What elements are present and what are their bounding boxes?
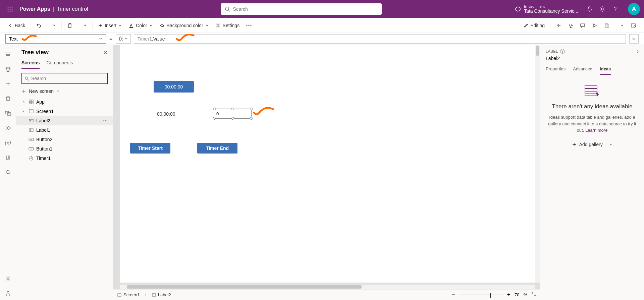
- rail-virtual-agent[interactable]: [1, 287, 15, 300]
- canvas-label2-selected[interactable]: 0: [214, 109, 252, 119]
- zoom-unit: %: [523, 292, 527, 297]
- checker-button[interactable]: [565, 21, 576, 29]
- new-screen-button[interactable]: New screen: [16, 86, 113, 96]
- rail-media[interactable]: [1, 107, 15, 120]
- tab-screens[interactable]: Screens: [21, 57, 40, 69]
- editing-mode[interactable]: Editing: [521, 21, 547, 29]
- preview-button[interactable]: [589, 21, 600, 29]
- vertical-scrollbar[interactable]: [535, 45, 540, 283]
- breadcrumb-screen[interactable]: Screen1: [117, 292, 140, 297]
- node-label: Timer1: [36, 156, 51, 161]
- settings-gear-icon[interactable]: [599, 6, 606, 12]
- canvas-timer-control[interactable]: 00:00:00: [154, 81, 194, 93]
- tab-components[interactable]: Components: [46, 57, 73, 69]
- tree-title: Tree view: [21, 49, 49, 56]
- node-label: Label2: [36, 118, 50, 123]
- app-name[interactable]: Power Apps: [19, 6, 50, 12]
- canvas-page[interactable]: 00:00:00 00:00:00 0 Timer Start Timer En…: [120, 45, 540, 283]
- rail-tools[interactable]: [1, 151, 15, 164]
- tree-search[interactable]: [21, 73, 108, 84]
- tab-properties[interactable]: Properties: [546, 64, 566, 75]
- chevron-right-icon: ›: [21, 99, 26, 105]
- separator: [47, 21, 47, 29]
- environment-icon: [515, 6, 521, 12]
- zoom-in-button[interactable]: +: [507, 291, 511, 298]
- svg-rect-40: [29, 147, 34, 150]
- svg-point-2: [11, 6, 12, 7]
- tree-node-label1[interactable]: Label1: [16, 125, 113, 135]
- environment-picker[interactable]: Environment Tata Consultancy Servic...: [515, 4, 578, 14]
- control-name[interactable]: Label2: [540, 56, 644, 64]
- back-button[interactable]: Back: [5, 21, 28, 29]
- resize-handle[interactable]: [213, 117, 216, 120]
- search-input[interactable]: [233, 6, 378, 12]
- panel-chevron[interactable]: ›: [637, 48, 639, 54]
- tree-node-timer1[interactable]: Timer1: [16, 154, 113, 163]
- scrollbar-thumb[interactable]: [127, 285, 362, 289]
- rail-hamburger[interactable]: [1, 48, 15, 61]
- canvas-label1[interactable]: 00:00:00: [157, 111, 175, 117]
- undo-button[interactable]: [34, 21, 44, 29]
- more-button[interactable]: [244, 23, 254, 27]
- tab-ideas[interactable]: Ideas: [600, 64, 611, 75]
- resize-handle[interactable]: [213, 108, 216, 110]
- zoom-slider[interactable]: [459, 295, 503, 295]
- svg-point-18: [249, 25, 250, 26]
- save-chevron[interactable]: [618, 22, 627, 28]
- rail-search[interactable]: [1, 166, 15, 179]
- formula-expand[interactable]: [629, 34, 639, 44]
- paste-button[interactable]: [64, 21, 75, 29]
- resize-handle[interactable]: [250, 108, 253, 110]
- node-label: Screen1: [36, 109, 54, 114]
- formula-input[interactable]: Timer1.Value: [134, 34, 626, 44]
- property-selector[interactable]: Text: [5, 34, 106, 44]
- undo-chevron[interactable]: [50, 22, 59, 28]
- settings-button[interactable]: Settings: [213, 21, 243, 29]
- help-icon[interactable]: ?: [560, 49, 565, 54]
- global-search[interactable]: [221, 3, 382, 15]
- rail-insert[interactable]: [1, 77, 15, 91]
- tree-node-button2[interactable]: Button2: [16, 135, 113, 144]
- share-button[interactable]: [553, 21, 564, 29]
- breadcrumb-label[interactable]: Label2: [152, 292, 171, 297]
- paste-chevron[interactable]: [81, 22, 90, 28]
- tree-node-screen1[interactable]: › Screen1: [16, 107, 113, 116]
- horizontal-scrollbar[interactable]: [120, 285, 535, 289]
- rail-data[interactable]: [1, 92, 15, 105]
- canvas-button-start[interactable]: Timer Start: [130, 143, 170, 154]
- save-button[interactable]: [601, 21, 612, 29]
- more-icon[interactable]: ⋯: [103, 118, 110, 123]
- fx-button[interactable]: fx: [116, 34, 130, 44]
- bgcolor-button[interactable]: Background color: [157, 21, 211, 29]
- add-gallery-button[interactable]: Add gallery |: [547, 142, 637, 147]
- tree-close-button[interactable]: ✕: [103, 49, 108, 56]
- notifications-icon[interactable]: [586, 6, 593, 12]
- zoom-thumb[interactable]: [490, 293, 491, 298]
- zoom-out-button[interactable]: −: [452, 291, 455, 298]
- tab-advanced[interactable]: Advanced: [573, 64, 592, 75]
- resize-handle[interactable]: [231, 108, 234, 110]
- resize-handle[interactable]: [231, 117, 234, 120]
- rail-powerfx[interactable]: [1, 121, 15, 135]
- color-button[interactable]: Color: [126, 21, 155, 29]
- user-avatar[interactable]: A: [628, 3, 640, 15]
- publish-button[interactable]: [628, 21, 639, 29]
- tree-node-button1[interactable]: Button1: [16, 144, 113, 154]
- comments-button[interactable]: [577, 21, 588, 29]
- rail-settings[interactable]: [1, 272, 15, 285]
- learn-more-link[interactable]: Learn more: [585, 128, 607, 133]
- fit-to-window-button[interactable]: [531, 292, 536, 298]
- tree-node-label2[interactable]: Label2 ⋯: [16, 116, 113, 125]
- rail-treeview[interactable]: [1, 62, 15, 76]
- insert-button[interactable]: Insert: [95, 21, 124, 29]
- canvas-button-end[interactable]: Timer End: [197, 143, 237, 154]
- tree-node-app[interactable]: › App: [16, 97, 113, 107]
- pencil-icon: [524, 23, 528, 28]
- scrollbar-thumb[interactable]: [536, 46, 539, 56]
- rail-variables[interactable]: (x): [1, 136, 15, 149]
- tree-search-input[interactable]: [31, 76, 105, 81]
- help-icon[interactable]: [612, 6, 619, 12]
- resize-handle[interactable]: [250, 117, 253, 120]
- waffle-icon[interactable]: [4, 3, 16, 15]
- undo-icon: [36, 23, 42, 28]
